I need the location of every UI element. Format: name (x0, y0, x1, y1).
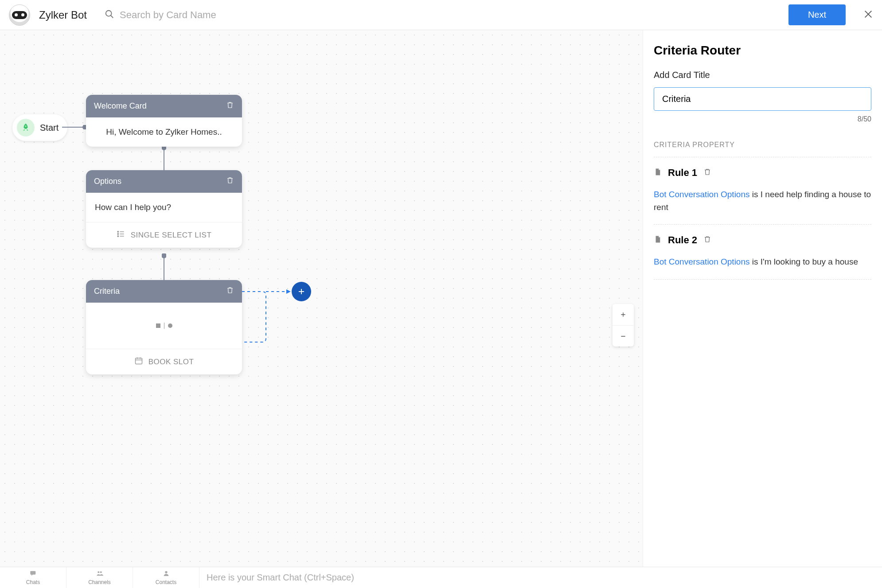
svg-point-26 (98, 571, 99, 573)
rule-name: Rule 1 (668, 167, 697, 179)
rule-text: is I'm looking to buy a house (750, 257, 858, 266)
smart-chat-input[interactable]: Here is your Smart Chat (Ctrl+Space) (199, 567, 882, 588)
search-icon (105, 9, 114, 21)
chats-icon (29, 570, 38, 578)
side-panel: Criteria Router Add Card Title 8/50 CRIT… (643, 30, 882, 567)
list-icon (117, 230, 125, 241)
tab-contacts[interactable]: Contacts (133, 567, 199, 588)
rule-link[interactable]: Bot Conversation Options (654, 257, 750, 266)
card-options[interactable]: Options How can I help you? SINGLE SELEC… (86, 170, 242, 248)
trash-icon[interactable] (226, 101, 234, 111)
card-header: Options (86, 170, 242, 193)
zoom-in-button[interactable] (613, 304, 634, 325)
top-bar: Zylker Bot Next (0, 0, 882, 30)
document-icon (654, 168, 662, 178)
tab-label: Channels (88, 579, 111, 585)
calendar-icon (134, 356, 143, 367)
zoom-out-button[interactable] (613, 325, 634, 347)
search-wrap (105, 9, 780, 21)
card-criteria[interactable]: Criteria BOOK SLOT (86, 280, 242, 374)
svg-point-10 (117, 231, 119, 233)
criteria-property-label: CRITERIA PROPERTY (654, 141, 871, 149)
main: Start Welcome Card Hi, Welcome (0, 30, 882, 567)
svg-point-27 (100, 571, 101, 573)
tab-channels[interactable]: Channels (66, 567, 133, 588)
card-welcome[interactable]: Welcome Card Hi, Welcome to Zylker Homes… (86, 95, 242, 147)
zoom-controls (613, 304, 634, 347)
svg-point-14 (117, 236, 119, 237)
tab-label: Contacts (156, 579, 176, 585)
card-title-field-label: Add Card Title (654, 70, 871, 80)
rule-name: Rule 2 (668, 234, 697, 246)
contacts-icon (162, 570, 171, 578)
card-header: Welcome Card (86, 95, 242, 117)
next-button[interactable]: Next (788, 4, 846, 25)
card-footer[interactable]: SINGLE SELECT LIST (86, 222, 242, 248)
trash-icon[interactable] (226, 176, 234, 187)
card-body: Hi, Welcome to Zylker Homes.. (86, 117, 242, 147)
bot-avatar (9, 4, 30, 26)
add-node-button[interactable] (292, 282, 311, 301)
card-title-input[interactable] (654, 87, 871, 111)
card-footer-label: SINGLE SELECT LIST (131, 231, 212, 240)
svg-marker-20 (286, 289, 291, 294)
bot-name: Zylker Bot (39, 9, 87, 21)
trash-icon[interactable] (226, 286, 234, 296)
tab-label: Chats (26, 579, 40, 585)
canvas[interactable]: Start Welcome Card Hi, Welcome (0, 30, 643, 567)
document-icon (654, 235, 662, 245)
rule-body: Bot Conversation Options is I need help … (654, 188, 871, 214)
card-body: How can I help you? (86, 193, 242, 222)
close-icon[interactable] (863, 9, 873, 21)
char-counter: 8/50 (654, 115, 871, 123)
card-title: Welcome Card (94, 101, 147, 111)
tab-chats[interactable]: Chats (0, 567, 66, 588)
svg-point-0 (106, 10, 112, 16)
svg-point-28 (165, 571, 167, 573)
trash-icon[interactable] (703, 168, 711, 178)
divider (654, 279, 871, 280)
card-footer-label: BOOK SLOT (148, 358, 194, 366)
card-footer[interactable]: BOOK SLOT (86, 349, 242, 374)
rule-item: Rule 1 Bot Conversation Options is I nee… (654, 167, 871, 214)
divider (654, 157, 871, 157)
card-body (86, 303, 242, 349)
svg-rect-16 (135, 358, 142, 364)
trash-icon[interactable] (703, 235, 711, 245)
svg-point-12 (117, 234, 119, 235)
start-label: Start (40, 123, 59, 133)
rule-body: Bot Conversation Options is I'm looking … (654, 256, 871, 269)
channels-icon (95, 570, 104, 578)
criteria-shapes-icon (95, 312, 233, 339)
svg-line-1 (111, 15, 113, 18)
bottom-bar: Chats Channels Contacts Here is your Sma… (0, 567, 882, 588)
divider (654, 224, 871, 225)
card-title: Criteria (94, 287, 120, 296)
rule-link[interactable]: Bot Conversation Options (654, 190, 750, 199)
card-header: Criteria (86, 280, 242, 303)
start-node[interactable]: Start (12, 114, 67, 141)
panel-title: Criteria Router (654, 43, 871, 58)
rocket-icon (17, 119, 35, 136)
card-title: Options (94, 177, 121, 186)
rule-item: Rule 2 Bot Conversation Options is I'm l… (654, 234, 871, 269)
search-input[interactable] (120, 9, 780, 21)
